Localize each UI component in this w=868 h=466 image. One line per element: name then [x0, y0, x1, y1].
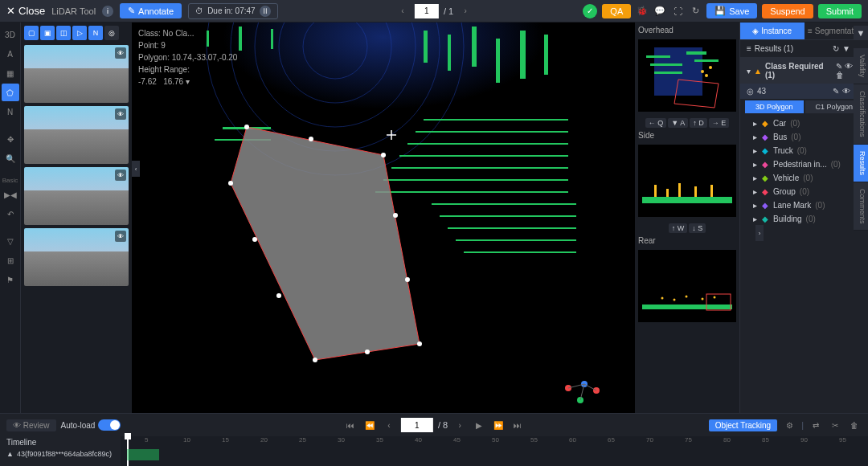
collapse-thumbnails-button[interactable]: ‹ [132, 161, 140, 177]
skip-last-button[interactable]: ⏭ [510, 418, 525, 432]
skip-first-button[interactable]: ⏮ [343, 418, 358, 432]
rear-view[interactable] [638, 250, 736, 322]
gear-icon[interactable]: ⚙ [782, 418, 796, 432]
thumb-tool-5[interactable]: N [88, 26, 103, 40]
class-item[interactable]: ▸◆Group (0) [740, 185, 868, 198]
qa-button[interactable]: QA [602, 4, 631, 18]
class-required-row[interactable]: ▾ ▲ Class Required (1) ✎ 👁 🗑 [740, 58, 868, 84]
annotate-button[interactable]: ✎ Annotate [120, 3, 182, 18]
eye-icon[interactable]: 👁 [845, 62, 853, 71]
camera-thumb-4[interactable]: 👁 [24, 228, 129, 286]
result-item-43[interactable]: ◎ 43 ✎ 👁 🗑 [740, 84, 868, 99]
svg-point-35 [417, 341, 422, 346]
next-frame-button[interactable]: › [452, 418, 467, 432]
refresh-icon[interactable]: ↻ [833, 44, 839, 53]
timeline-track[interactable]: 5101520253035404550556065707580859095 [121, 436, 868, 466]
object-tracking-button[interactable]: Object Tracking [709, 419, 777, 431]
tool-flag-icon[interactable]: ⚑ [2, 271, 19, 288]
eye-icon[interactable]: 👁 [115, 108, 126, 120]
chevron-right-icon: ▸ [753, 146, 757, 155]
tool-polygon-icon[interactable]: ⬠ [2, 84, 19, 101]
class-item[interactable]: ▸◆Car (0) [740, 117, 868, 130]
eye-icon[interactable]: 👁 [115, 47, 126, 59]
thumb-tool-4[interactable]: ▷ [72, 26, 87, 40]
class-color-icon: ◆ [761, 188, 769, 196]
filter-icon[interactable]: ▼ [854, 26, 868, 40]
thumb-tool-1[interactable]: ▢ [24, 26, 39, 40]
tab-instance[interactable]: ◈Instance [740, 22, 805, 39]
bug-icon[interactable]: 🐞 [636, 5, 649, 18]
submit-button[interactable]: Submit [818, 4, 862, 18]
sidetab-results[interactable]: Results [854, 145, 868, 182]
sidetab-comments[interactable]: Comments [854, 182, 868, 231]
expand-sideviews-button[interactable]: › [755, 225, 764, 241]
track-label[interactable]: ▲ 43(f9091f88***664aba8fc89c) [6, 450, 114, 458]
eye-icon[interactable]: 👁 [842, 87, 850, 96]
save-button[interactable]: 💾Save [706, 3, 757, 18]
cut-icon[interactable]: ✂ [828, 418, 842, 432]
pause-button[interactable]: ⏸ [260, 6, 271, 17]
class-item[interactable]: ▸◆Pedestrian in... (0) [740, 157, 868, 171]
thumb-tool-target-icon[interactable]: ◎ [104, 26, 119, 40]
class-item[interactable]: ▸◆Truck (0) [740, 144, 868, 157]
subtab-3d-polygon[interactable]: 3D Polygon [745, 100, 804, 113]
eye-icon: 👁 [13, 421, 21, 430]
review-button[interactable]: 👁 Review [6, 419, 56, 431]
svg-point-4 [231, 22, 440, 151]
class-item[interactable]: ▸◆Building (0) [740, 212, 868, 226]
edit-icon[interactable]: ✎ [836, 62, 842, 71]
refresh-icon[interactable]: ↻ [689, 5, 702, 18]
page-next-button[interactable]: › [458, 4, 473, 18]
timeline-region[interactable] [127, 449, 159, 460]
frame-input[interactable] [401, 418, 433, 432]
side-view[interactable] [638, 145, 736, 217]
tool-image-icon[interactable]: ▦ [2, 64, 19, 82]
thumb-tool-3[interactable]: ◫ [56, 26, 71, 40]
fullscreen-icon[interactable]: ⛶ [671, 5, 684, 18]
tool-3d[interactable]: 3D [2, 26, 19, 43]
svg-point-5 [207, 22, 464, 175]
rewind-button[interactable]: ⏪ [362, 418, 377, 432]
prev-frame-button[interactable]: ‹ [382, 418, 396, 432]
tool-nav-icon[interactable]: N [2, 103, 19, 121]
trash-icon[interactable]: 🗑 [847, 418, 862, 432]
eye-icon[interactable]: 👁 [115, 231, 126, 242]
page-input[interactable] [415, 4, 439, 18]
autoload-switch[interactable] [98, 419, 121, 431]
page-prev-button[interactable]: ‹ [395, 4, 410, 18]
class-item[interactable]: ▸◆Bus (0) [740, 130, 868, 144]
svg-rect-0 [223, 22, 544, 167]
play-button[interactable]: ▶ [472, 418, 486, 432]
close-button[interactable]: ✕ Close [6, 5, 45, 17]
tool-move-icon[interactable]: ✥ [2, 130, 19, 148]
camera-thumb-1[interactable]: 👁 [24, 45, 129, 103]
class-item[interactable]: ▸◆Vehicle (0) [740, 171, 868, 185]
save-icon: 💾 [714, 6, 726, 16]
camera-thumb-2[interactable]: 👁 [24, 106, 129, 164]
overhead-view[interactable] [638, 39, 736, 112]
thumb-tool-2[interactable]: ▣ [40, 26, 55, 40]
delete-icon[interactable]: 🗑 [836, 71, 844, 80]
edit-icon[interactable]: ✎ [833, 87, 839, 96]
class-item[interactable]: ▸◆Lane Mark (0) [740, 198, 868, 212]
camera-thumb-3[interactable]: 👁 [24, 167, 129, 225]
tool-filter-icon[interactable]: ▽ [2, 232, 19, 250]
svg-rect-26 [464, 251, 576, 253]
forward-button[interactable]: ⏩ [491, 418, 506, 432]
lidar-canvas[interactable]: Class: No Cla... Point: 9 Polygon: 10.74… [132, 22, 635, 413]
tool-grid-icon[interactable]: ⊞ [2, 251, 19, 269]
link-icon[interactable]: ⇄ [809, 418, 823, 432]
sidetab-validity[interactable]: Validity [854, 48, 868, 84]
comment-icon[interactable]: 💬 [653, 5, 666, 18]
info-icon[interactable]: i [102, 6, 113, 17]
filter-icon[interactable]: ▼ [842, 44, 850, 53]
eye-icon[interactable]: 👁 [115, 170, 126, 181]
sidetab-classifications[interactable]: Classifications [854, 84, 868, 145]
tool-text-icon[interactable]: A [2, 45, 19, 63]
suspend-button[interactable]: Suspend [762, 4, 813, 18]
tool-undo-icon[interactable]: ↶ [2, 205, 19, 223]
chevron-down-icon[interactable]: ▾ [186, 77, 190, 86]
tool-play-icon[interactable]: ▶◀ [2, 186, 19, 203]
frame-total: / 8 [438, 420, 448, 430]
tool-zoom-icon[interactable]: 🔍 [2, 149, 19, 167]
